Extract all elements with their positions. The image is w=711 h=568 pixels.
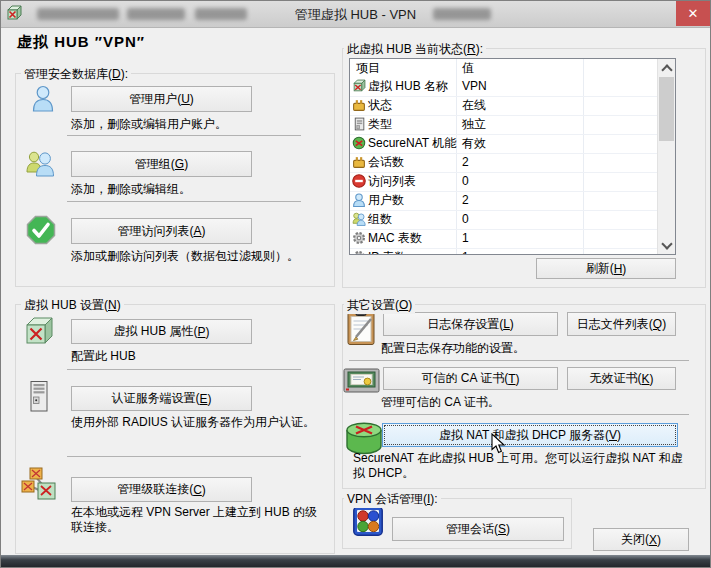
scroll-up-button[interactable] [658,59,675,76]
table-row[interactable]: SecureNAT 机能 有效 [350,134,658,154]
row-item-label: 状态 [368,96,392,115]
column-header-item: 项目 [356,59,380,77]
group-other-settings-label: 其它设置(O) [344,297,415,314]
access-list-check-icon [26,215,56,248]
table-row[interactable]: 类型 独立 [350,115,658,135]
table-row[interactable]: IP 表数 1 [350,248,658,255]
row-item-value: 独立 [462,115,486,134]
virtual-nat-dhcp-button[interactable]: 虚拟 NAT 和虚拟 DHCP 服务器(V) [382,423,678,447]
hub-properties-desc: 配置此 HUB [71,349,136,364]
table-row[interactable]: 组数 0 [350,210,658,230]
group-hub-settings-label: 虚拟 HUB 设置(N) [21,297,124,314]
table-row[interactable]: 状态 在线 [350,96,658,116]
user-icon [31,85,55,115]
window-title: 管理虚拟 HUB - VPN [1,6,710,24]
hub-cube-icon [23,315,55,350]
radius-server-icon [27,380,51,416]
close-icon: ✕ [688,6,699,21]
refresh-button[interactable]: 刷新(H) [536,258,676,279]
manage-virtual-hub-dialog: 管理虚拟 HUB - VPN ✕ 虚拟 HUB ″VPN″ 管理安全数据库(D)… [0,0,711,568]
virtual-nat-dhcp-desc: SecureNAT 在此虚拟 HUB 上可用。您可以运行虚拟 NAT 和虚拟 D… [353,451,687,481]
cert-desc: 管理可信的 CA 证书。 [381,395,500,410]
gear-icon [352,250,366,255]
row-item-label: IP 表数 [368,248,406,255]
table-row[interactable]: MAC 表数 1 [350,229,658,249]
scroll-down-button[interactable] [658,237,675,254]
row-item-value: 1 [462,248,469,255]
row-item-value: VPN [462,77,487,96]
manage-users-button[interactable]: 管理用户(U) [71,86,252,112]
divider [67,369,301,370]
close-dialog-button[interactable]: 关闭(X) [593,528,689,551]
manage-groups-button[interactable]: 管理组(G) [71,151,252,177]
hub-properties-button[interactable]: 虚拟 HUB 属性(P) [71,319,252,344]
table-row[interactable]: 访问列表 0 [350,172,658,192]
close-window-button[interactable]: ✕ [676,1,710,26]
table-row[interactable]: 用户数 2 [350,191,658,211]
column-header-value: 值 [462,59,474,77]
sessions-grid-icon [353,506,383,539]
plug-icon [352,98,366,112]
status-table: 项目 值 虚拟 HUB 名称 VPN 状态 在线 类型 独立 SecureNAT… [349,58,676,255]
manage-sessions-button[interactable]: 管理会话(S) [392,517,564,541]
trusted-ca-cert-button[interactable]: 可信的 CA 证书(T) [383,367,558,390]
manage-groups-desc: 添加，删除或编辑组。 [71,182,191,197]
manage-users-desc: 添加，删除或编辑用户账户。 [71,117,227,132]
clipboard-log-icon [346,309,376,349]
users-group-icon [25,149,57,180]
auth-server-settings-desc: 使用外部 RADIUS 认证服务器作为用户认证。 [71,415,321,430]
manage-access-list-desc: 添加或删除访问列表（数据包过滤规则）。 [71,249,329,264]
log-save-settings-button[interactable]: 日志保存设置(L) [383,312,558,336]
row-item-label: 访问列表 [368,172,416,191]
divider [67,135,301,136]
server-icon [352,117,366,131]
row-item-label: 用户数 [368,191,404,210]
row-item-value: 有效 [462,134,486,153]
auth-server-settings-button[interactable]: 认证服务端设置(E) [71,386,252,411]
ca-certificate-icon [343,367,381,398]
hub-cube-icon [352,79,366,93]
gear-icon [352,231,366,245]
group-security-database-label: 管理安全数据库(D): [21,66,131,83]
row-item-value: 0 [462,172,469,191]
row-item-value: 0 [462,210,469,229]
table-scrollbar[interactable] [657,59,675,254]
users-group-icon [352,212,366,226]
cascade-connection-icon [21,467,57,504]
plug-icon [352,155,366,169]
manage-cascade-desc: 在本地或远程 VPN Server 上建立到 HUB 的级联连接。 [71,505,323,535]
row-item-label: 会话数 [368,153,404,172]
table-row[interactable]: 会话数 2 [350,153,658,173]
table-row[interactable]: 虚拟 HUB 名称 VPN [350,77,658,97]
row-item-label: MAC 表数 [368,229,422,248]
row-item-value: 1 [462,229,469,248]
chevron-down-icon [661,238,672,249]
status-table-header: 项目 值 [350,59,658,77]
manage-access-list-button[interactable]: 管理访问列表(A) [71,218,252,244]
row-item-label: 虚拟 HUB 名称 [368,77,448,96]
divider [349,360,689,361]
chevron-up-icon [661,64,672,75]
divider [67,201,301,202]
group-session-management-label: VPN 会话管理(I): [344,491,441,508]
scrollbar-thumb[interactable] [659,77,674,141]
secure-nat-icon [352,136,366,150]
page-title: 虚拟 HUB ″VPN″ [17,33,145,52]
log-file-list-button[interactable]: 日志文件列表(Q) [567,312,676,336]
row-item-label: 类型 [368,115,392,134]
manage-cascade-button[interactable]: 管理级联连接(C) [71,477,252,502]
row-item-value: 2 [462,191,469,210]
row-item-value: 2 [462,153,469,172]
titlebar[interactable]: 管理虚拟 HUB - VPN ✕ [1,1,710,28]
deny-icon [352,174,366,188]
user-icon [352,193,366,207]
group-hub-status-label: 此虚拟 HUB 当前状态(R): [344,41,486,58]
divider [67,456,301,457]
background-window-strip [1,555,710,567]
invalid-cert-button[interactable]: 无效证书(K) [567,367,676,390]
divider [349,414,689,415]
row-item-value: 在线 [462,96,486,115]
log-settings-desc: 配置日志保存功能的设置。 [381,341,525,356]
row-item-label: SecureNAT 机能 [368,134,456,153]
row-item-label: 组数 [368,210,392,229]
